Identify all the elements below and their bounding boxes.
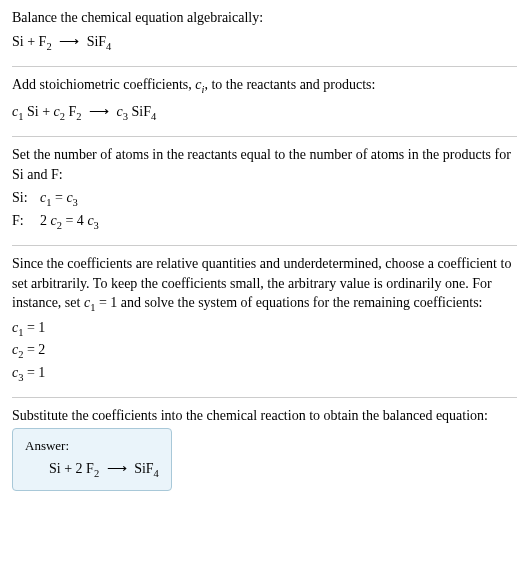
sif-sub: 4: [154, 468, 159, 479]
step2-text2: , to the reactants and products:: [204, 77, 375, 92]
two: 2: [76, 461, 87, 476]
step5-text: Substitute the coefficients into the che…: [12, 406, 517, 426]
val: = 1: [23, 320, 45, 335]
c3-sub: 3: [94, 220, 99, 231]
step-solve: Since the coefficients are relative quan…: [12, 254, 517, 398]
sif: SiF: [132, 104, 151, 119]
sif-sub: 4: [106, 40, 111, 51]
sif: SiF: [134, 461, 153, 476]
val: = 2: [23, 342, 45, 357]
sif-sub: 4: [151, 110, 156, 121]
plus: +: [39, 104, 54, 119]
si-label: Si:: [12, 188, 40, 210]
reactant-si: Si: [12, 34, 24, 49]
step-atoms: Set the number of atoms in the reactants…: [12, 145, 517, 246]
step4-text: Since the coefficients are relative quan…: [12, 254, 517, 316]
f-sub: 2: [46, 40, 51, 51]
step2-text1: Add stoichiometric coefficients,: [12, 77, 195, 92]
arrow-icon: ⟶: [55, 34, 83, 49]
f-sub: 2: [94, 468, 99, 479]
step1-equation: Si + F2 ⟶ SiF4: [12, 32, 517, 54]
eq: = 4: [62, 213, 87, 228]
two: 2: [40, 213, 51, 228]
plus: +: [24, 34, 39, 49]
step3-text: Set the number of atoms in the reactants…: [12, 145, 517, 184]
coefficient-list: c1 = 1 c2 = 2 c3 = 1: [12, 318, 517, 385]
si-equation: c1 = c3: [40, 188, 78, 210]
step-balance: Balance the chemical equation algebraica…: [12, 8, 517, 67]
si: Si: [49, 461, 61, 476]
answer-box: Answer: Si + 2 F2 ⟶ SiF4: [12, 428, 172, 491]
atom-equations: Si: c1 = c3 F: 2 c2 = 4 c3: [12, 188, 517, 233]
step-substitute: Substitute the coefficients into the che…: [12, 406, 517, 494]
step-stoichiometric: Add stoichiometric coefficients, ci, to …: [12, 75, 517, 137]
c3-sub: 3: [73, 197, 78, 208]
f-sub: 2: [76, 110, 81, 121]
step4-text2: = 1 and solve the system of equations fo…: [95, 295, 482, 310]
arrow-icon: ⟶: [85, 104, 113, 119]
arrow-icon: ⟶: [103, 461, 131, 476]
f-label: F:: [12, 211, 40, 233]
plus: +: [61, 461, 76, 476]
f-equation: 2 c2 = 4 c3: [40, 211, 99, 233]
c2-line: c2 = 2: [12, 340, 517, 362]
si-row: Si: c1 = c3: [12, 188, 517, 210]
product-sif: SiF: [87, 34, 106, 49]
val: = 1: [23, 365, 45, 380]
f: F: [86, 461, 94, 476]
answer-label: Answer:: [25, 437, 159, 455]
si: Si: [27, 104, 39, 119]
step2-text: Add stoichiometric coefficients, ci, to …: [12, 75, 517, 97]
c3-line: c3 = 1: [12, 363, 517, 385]
f-row: F: 2 c2 = 4 c3: [12, 211, 517, 233]
eq: =: [51, 190, 66, 205]
c1-line: c1 = 1: [12, 318, 517, 340]
answer-equation: Si + 2 F2 ⟶ SiF4: [25, 459, 159, 481]
step2-equation: c1 Si + c2 F2 ⟶ c3 SiF4: [12, 102, 517, 124]
step1-text: Balance the chemical equation algebraica…: [12, 8, 517, 28]
